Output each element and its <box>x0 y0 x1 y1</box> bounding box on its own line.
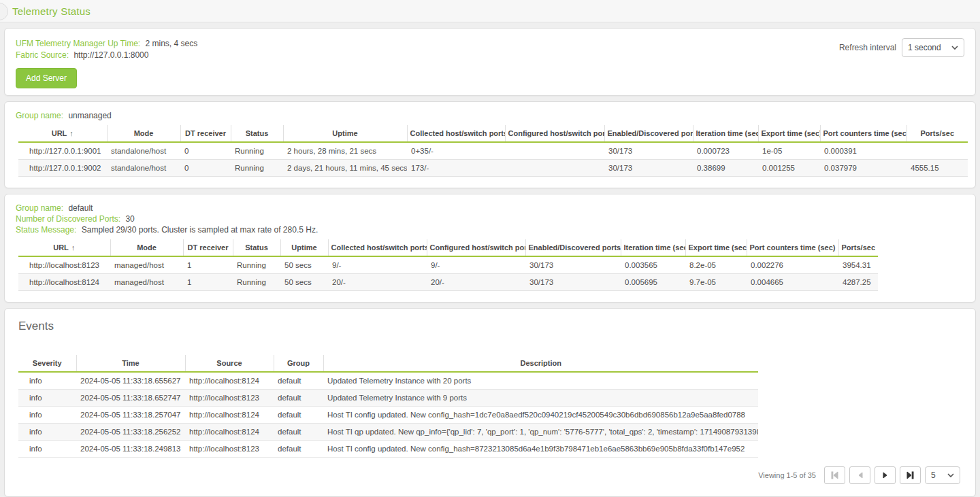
table-cell: 9/- <box>328 256 427 274</box>
fabric-source-label: Fabric Source: <box>16 50 69 60</box>
column-header[interactable]: Export time (sec) <box>758 125 820 142</box>
table-cell: http://localhost:8124 <box>185 372 274 390</box>
page-size-select[interactable]: 5 <box>925 466 960 484</box>
table-cell: default <box>274 424 323 441</box>
column-header[interactable]: Iteration time (sec) <box>693 125 758 142</box>
table-cell: 0.002276 <box>747 256 838 274</box>
column-header[interactable]: Source <box>185 355 274 372</box>
table-cell: 1e-05 <box>758 142 820 160</box>
column-header[interactable]: Ports/sec <box>838 239 878 256</box>
table-cell: 20/- <box>427 274 525 291</box>
table-row: http://127.0.0.1:9001standalone/host0Run… <box>18 142 968 160</box>
table-cell: 2024-05-05 11:33:18.652747 <box>76 390 185 407</box>
refresh-interval-value: 1 second <box>908 43 941 52</box>
discovered-ports-value: 30 <box>125 214 134 224</box>
column-header[interactable]: Mode <box>110 239 183 256</box>
column-header[interactable]: Uptime <box>283 125 407 142</box>
table-cell: 0.000723 <box>693 142 758 160</box>
column-header[interactable]: URL↑ <box>18 125 107 142</box>
telemetry-summary-panel: UFM Telemetry Manager Up Time: 2 mins, 4… <box>4 28 976 96</box>
table-cell: standalone/host <box>107 142 180 160</box>
events-title: Events <box>5 320 975 333</box>
uptime-row: UFM Telemetry Manager Up Time: 2 mins, 4… <box>16 38 964 50</box>
column-header[interactable]: Collected host/switch ports <box>328 239 427 256</box>
column-header[interactable]: Ports/sec <box>906 125 968 142</box>
table-cell: 3954.31 <box>838 256 878 274</box>
sort-ascending-icon: ↑ <box>71 243 76 252</box>
previous-page-button[interactable] <box>849 466 870 484</box>
table-cell: 30/173 <box>525 256 621 274</box>
table-cell: http://localhost:8123 <box>185 390 274 407</box>
column-header[interactable]: Group <box>274 355 323 372</box>
table-cell: default <box>274 441 323 458</box>
column-header[interactable]: Port counters time (sec) <box>820 125 906 142</box>
table-cell: 50 secs <box>280 256 328 274</box>
table-cell <box>906 142 968 160</box>
chevron-down-icon <box>947 473 954 478</box>
column-header[interactable]: Status <box>231 125 283 142</box>
column-header[interactable]: Iteration time (sec) <box>621 239 685 256</box>
table-cell: 2 days, 21 hours, 11 mins, 45 secs <box>283 160 407 177</box>
status-message-row: Status Message: Sampled 29/30 ports. Clu… <box>16 224 964 235</box>
table-cell: 0.001255 <box>758 160 820 177</box>
page-title: Telemetry Status <box>12 5 91 17</box>
group-name-label: Group name: <box>16 111 63 120</box>
table-cell: 4287.25 <box>838 274 878 291</box>
group-name-value: unmanaged <box>68 111 111 120</box>
table-cell: default <box>274 390 323 407</box>
column-header[interactable]: Enabled/Discovered ports <box>604 125 693 142</box>
column-header[interactable]: Enabled/Discovered ports <box>525 239 621 256</box>
column-header[interactable]: Severity <box>18 355 76 372</box>
fabric-source-value: http://127.0.0.1:8000 <box>74 50 148 60</box>
table-cell: standalone/host <box>107 160 180 177</box>
table-cell: http://127.0.0.1:9001 <box>18 142 107 160</box>
table-cell: info <box>18 441 76 458</box>
table-cell: 173/- <box>407 160 505 177</box>
table-cell: Host TI qp updated. New qp_info={'qp_lid… <box>323 424 758 441</box>
table-cell: 4555.15 <box>906 160 968 177</box>
column-header[interactable]: Description <box>323 355 758 372</box>
table-cell: Host TI config updated. New config_hash=… <box>323 407 758 424</box>
table-cell: info <box>18 390 76 407</box>
table-cell <box>505 160 604 177</box>
column-header[interactable]: DT receiver <box>183 239 233 256</box>
column-header[interactable]: URL↑ <box>18 239 110 256</box>
table-cell: info <box>18 424 76 441</box>
table-cell: Updated Telemetry Instance with 20 ports <box>323 372 758 390</box>
table-cell: 0.005695 <box>621 274 685 291</box>
table-cell: 2024-05-05 11:33:18.249813 <box>76 441 185 458</box>
table-cell: Running <box>231 142 283 160</box>
column-header[interactable]: DT receiver <box>180 125 231 142</box>
next-page-button[interactable] <box>875 466 896 484</box>
group-name-label: Group name: <box>16 203 63 213</box>
last-page-button[interactable] <box>900 466 921 484</box>
column-header[interactable]: Configured host/switch ports <box>505 125 604 142</box>
table-cell: http://localhost:8124 <box>18 274 110 291</box>
table-cell: http://localhost:8123 <box>185 441 274 458</box>
column-header[interactable]: Uptime <box>280 239 328 256</box>
refresh-interval-label: Refresh interval <box>839 43 896 52</box>
refresh-interval-select[interactable]: 1 second <box>902 38 964 57</box>
column-header[interactable]: Configured host/switch ports <box>427 239 525 256</box>
add-server-button[interactable]: Add Server <box>16 68 77 88</box>
table-header-row: URL↑ModeDT receiverStatusUptimeCollected… <box>18 125 968 142</box>
previous-page-icon <box>857 471 864 479</box>
column-header[interactable]: Mode <box>107 125 180 142</box>
table-row: http://127.0.0.1:9002standalone/host0Run… <box>18 160 968 177</box>
column-header[interactable]: Time <box>76 355 185 372</box>
column-header[interactable]: Port counters time (sec) <box>747 239 838 256</box>
column-header[interactable]: Status <box>233 239 280 256</box>
discovered-ports-label: Number of Discovered Ports: <box>16 214 120 224</box>
table-header-row: SeverityTimeSourceGroupDescription <box>18 355 758 372</box>
table-cell: 0+35/- <box>407 142 505 160</box>
table-cell: managed/host <box>110 256 183 274</box>
table-cell: Running <box>231 160 283 177</box>
first-page-button[interactable] <box>824 466 845 484</box>
column-header[interactable]: Export time (sec) <box>685 239 747 256</box>
table-row: info2024-05-05 11:33:18.256252http://loc… <box>18 424 758 441</box>
table-cell: default <box>274 407 323 424</box>
table-cell: managed/host <box>110 274 183 291</box>
table-row: http://localhost:8123managed/host1Runnin… <box>18 256 878 274</box>
sidebar-toggle-icon[interactable] <box>0 3 8 20</box>
column-header[interactable]: Collected host/switch ports <box>407 125 505 142</box>
